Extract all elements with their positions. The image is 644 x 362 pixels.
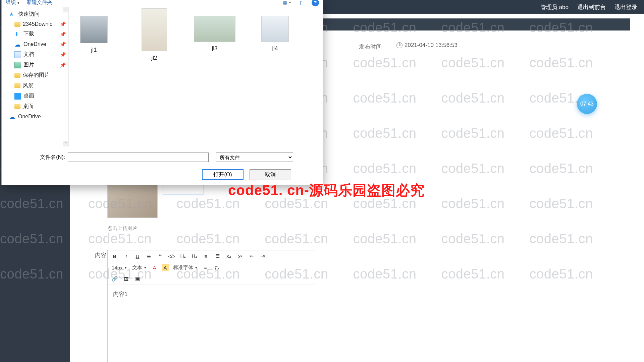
nav-item-OneDrive[interactable]: ☁OneDrive xyxy=(2,112,68,122)
pin-icon: 📌 xyxy=(60,52,66,57)
rich-editor: B I U S ❝ </> H₁ H₂ ≡ ☰ x₂ x² ⇤ ⇥ 14px▾ … xyxy=(107,250,315,362)
file-label: jl1 xyxy=(91,47,97,53)
underline-button[interactable]: U xyxy=(133,252,142,260)
cloud-icon: ☁ xyxy=(9,113,16,120)
nav-item-2345Downlc[interactable]: 2345Downlc📌 xyxy=(2,19,68,29)
desk-icon xyxy=(14,93,21,100)
code-button[interactable]: </> xyxy=(167,252,176,260)
logout-link[interactable]: 退出登录 xyxy=(614,3,637,11)
file-label: jl2 xyxy=(151,55,157,61)
publish-time-input[interactable]: 2021-04-10 13:56:53 xyxy=(388,42,488,51)
thumbnail-image xyxy=(80,16,108,43)
help-icon[interactable]: ? xyxy=(312,0,319,6)
video-button[interactable]: ▣ xyxy=(133,275,142,283)
organize-menu[interactable]: 组织▼ xyxy=(6,0,20,6)
bold-button[interactable]: B xyxy=(110,252,119,260)
dialog-toolbar: 组织▼ 新建文件夹 ▦▼ ▯ ? xyxy=(2,0,323,7)
thumbnail-image xyxy=(194,16,235,42)
fold-icon xyxy=(14,73,20,78)
h1-button[interactable]: H₁ xyxy=(179,252,187,260)
indent-button[interactable]: ⇥ xyxy=(259,252,267,260)
italic-button[interactable]: I xyxy=(122,252,130,260)
clock-icon xyxy=(396,42,402,48)
thumbnail-image xyxy=(142,8,167,51)
nav-scroll-down[interactable]: ˅ xyxy=(63,141,68,146)
link-button[interactable]: 🔗 xyxy=(110,275,119,283)
ol-button[interactable]: ≡ xyxy=(202,252,210,260)
dl-icon: ⬇ xyxy=(14,31,21,38)
nav-item-下载[interactable]: ⬇下载📌 xyxy=(2,29,68,39)
clear-format-button[interactable]: Tₓ xyxy=(213,263,221,272)
filename-label: 文件名(N): xyxy=(8,154,67,161)
nav-item-桌面[interactable]: 桌面 xyxy=(2,101,68,112)
outdent-button[interactable]: ⇤ xyxy=(247,252,256,260)
file-filter-select[interactable]: 所有文件 xyxy=(216,153,293,162)
fold-icon xyxy=(14,83,20,88)
fold-icon xyxy=(14,22,20,27)
preview-pane-button[interactable]: ▯ xyxy=(298,0,305,6)
doc-icon xyxy=(14,51,21,58)
cancel-button[interactable]: 取消 xyxy=(250,169,291,180)
superscript-button[interactable]: x² xyxy=(236,252,245,260)
pin-icon: 📌 xyxy=(60,32,66,37)
admin-user-link[interactable]: 管理员 abo xyxy=(540,3,569,11)
nav-pane: ˄ ★快速访问2345Downlc📌⬇下载📌☁OneDrive📌文档📌图片📌保存… xyxy=(2,7,69,146)
subscript-button[interactable]: x₂ xyxy=(224,252,233,260)
backcolor-button[interactable]: A xyxy=(162,264,169,271)
publish-time-row: 发布时间 2021-04-10 13:56:53 xyxy=(359,42,488,51)
filename-input[interactable] xyxy=(68,153,209,162)
star-icon: ★ xyxy=(9,11,16,18)
new-folder-button[interactable]: 新建文件夹 xyxy=(27,0,52,6)
cloud-icon: ☁ xyxy=(14,41,21,48)
nav-item-文档[interactable]: 文档📌 xyxy=(2,49,68,60)
ul-button[interactable]: ☰ xyxy=(213,252,222,260)
nav-item-保存的图片[interactable]: 保存的图片 xyxy=(2,70,68,80)
file-label: jl3 xyxy=(212,45,217,52)
file-item-jl1[interactable]: jl1 xyxy=(79,16,109,138)
pin-icon: 📌 xyxy=(60,62,66,68)
pic-icon xyxy=(14,62,21,68)
publish-time-label: 发布时间 xyxy=(359,43,382,51)
file-grid: jl1jl2jl3jl4 xyxy=(69,7,323,146)
upload-hint: 点击上传图片 xyxy=(107,225,138,232)
font-size-select[interactable]: 14px▾ xyxy=(110,265,128,270)
nav-item-快速访问[interactable]: ★快速访问 xyxy=(2,9,68,19)
thumbnail-image xyxy=(261,16,289,42)
quote-button[interactable]: ❝ xyxy=(156,252,165,260)
nav-item-风景[interactable]: 风景 xyxy=(2,80,68,91)
block-select[interactable]: 文本▾ xyxy=(131,264,148,271)
file-open-dialog: 组织▼ 新建文件夹 ▦▼ ▯ ? ˄ ★快速访问2345Downlc📌⬇下载📌☁… xyxy=(1,0,323,185)
dialog-bottom: 文件名(N): 所有文件 打开(O) 取消 xyxy=(2,146,323,185)
file-label: jl4 xyxy=(272,45,278,52)
nav-item-OneDrive[interactable]: ☁OneDrive📌 xyxy=(2,39,68,49)
strike-button[interactable]: S xyxy=(145,252,153,260)
nav-item-图片[interactable]: 图片📌 xyxy=(2,60,68,70)
pin-icon: 📌 xyxy=(60,42,66,47)
h2-button[interactable]: H₂ xyxy=(190,252,199,260)
view-mode-button[interactable]: ▦▼ xyxy=(283,0,291,6)
editor-body[interactable]: 内容1 xyxy=(108,285,315,362)
to-frontend-link[interactable]: 退出到前台 xyxy=(577,3,606,11)
open-button[interactable]: 打开(O) xyxy=(202,169,244,180)
align-button[interactable]: ≡ xyxy=(201,263,210,272)
editor-toolbar: B I U S ❝ </> H₁ H₂ ≡ ☰ x₂ x² ⇤ ⇥ 14px▾ … xyxy=(108,250,315,285)
content-label: 内容 xyxy=(95,251,106,259)
pin-icon: 📌 xyxy=(60,21,66,27)
file-item-jl2[interactable]: jl2 xyxy=(139,16,169,138)
fold-icon xyxy=(14,104,20,109)
file-item-jl4[interactable]: jl4 xyxy=(260,16,290,138)
nav-item-桌面[interactable]: 桌面 xyxy=(2,91,68,101)
file-item-jl3[interactable]: jl3 xyxy=(200,16,230,138)
floating-time-badge[interactable]: 07:43 xyxy=(577,94,597,114)
image-button[interactable]: 🖼 xyxy=(122,275,130,283)
font-family-select[interactable]: 标准字体▾ xyxy=(172,264,199,271)
forecolor-button[interactable]: A xyxy=(150,263,159,272)
